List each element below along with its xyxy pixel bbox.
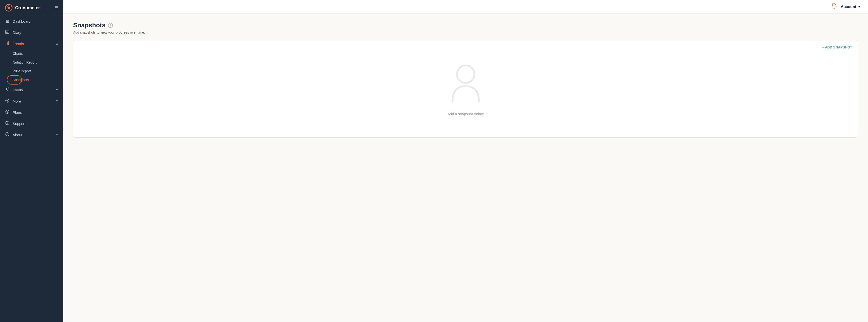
sidebar-item-plans[interactable]: Plans (0, 107, 63, 118)
account-label: Account (841, 5, 856, 9)
add-snapshot-label: + ADD SNAPSHOT (822, 45, 852, 49)
more-icon (5, 99, 10, 103)
sidebar-item-trends[interactable]: Trends ▲ (0, 38, 63, 49)
logo-icon (5, 4, 13, 12)
sidebar-label-plans: Plans (13, 110, 22, 115)
snapshots-label: Snapshots (13, 78, 29, 82)
sidebar-item-more[interactable]: More ▼ (0, 95, 63, 107)
foods-icon (5, 88, 10, 92)
sidebar-label-support: Support (13, 122, 26, 126)
empty-state-text: Add a snapshot today! (447, 112, 484, 116)
sidebar-item-foods[interactable]: Foods ▼ (0, 84, 63, 95)
sidebar-label-dashboard: Dashboard (13, 19, 30, 23)
svg-text:i: i (7, 133, 7, 136)
diary-icon (5, 30, 10, 35)
svg-rect-10 (8, 41, 9, 45)
add-snapshot-button[interactable]: + ADD SNAPSHOT (822, 45, 852, 49)
support-icon: ? (5, 121, 10, 126)
page-header: Snapshots ? (73, 22, 858, 29)
sidebar-subitem-charts[interactable]: Charts (0, 49, 63, 58)
nutrition-report-label: Nutrition Report (13, 60, 36, 64)
svg-point-16 (6, 110, 9, 114)
svg-point-11 (6, 88, 8, 90)
svg-point-17 (7, 111, 8, 112)
sidebar-subitem-print-report[interactable]: Print Report (0, 67, 63, 75)
app-name: Cronometer (15, 5, 40, 10)
more-chevron-icon: ▼ (56, 99, 59, 103)
svg-text:?: ? (7, 122, 8, 125)
page-title: Snapshots (73, 22, 105, 29)
sidebar-subitem-snapshots[interactable]: Snapshots (0, 75, 63, 84)
dashboard-icon: ⊞ (5, 19, 10, 24)
about-chevron-icon: ▼ (56, 133, 59, 136)
sidebar-label-more: More (13, 99, 21, 103)
sidebar-label-about: About (13, 133, 22, 137)
svg-line-3 (11, 6, 12, 7)
logo-area: Cronometer (5, 4, 40, 12)
sidebar-item-diary[interactable]: Diary (0, 27, 63, 38)
sidebar: Cronometer ☰ ⊞ Dashboard Diary Trends (0, 0, 63, 322)
sidebar-label-foods: Foods (13, 88, 23, 92)
person-silhouette-icon (446, 62, 485, 106)
sidebar-header: Cronometer ☰ (0, 0, 63, 16)
svg-line-22 (832, 3, 833, 4)
sidebar-label-trends: Trends (13, 42, 24, 46)
plans-icon (5, 110, 10, 115)
svg-point-24 (457, 65, 474, 83)
hamburger-icon[interactable]: ☰ (55, 5, 59, 10)
account-menu[interactable]: Account ▼ (841, 5, 861, 9)
sidebar-item-support[interactable]: ? Support (0, 118, 63, 129)
main-content: Account ▼ Snapshots ? Add snapshots to v… (63, 0, 868, 322)
print-report-label: Print Report (13, 69, 31, 73)
sidebar-item-dashboard[interactable]: ⊞ Dashboard (0, 16, 63, 27)
notification-bell-icon[interactable] (832, 3, 837, 10)
empty-state: Add a snapshot today! (73, 40, 858, 137)
sidebar-item-about[interactable]: i About ▼ (0, 129, 63, 140)
page-subtitle: Add snapshots to view your progress over… (73, 30, 858, 34)
foods-chevron-icon: ▼ (56, 88, 59, 92)
topbar: Account ▼ (63, 0, 868, 13)
account-chevron-icon: ▼ (858, 5, 861, 8)
help-icon[interactable]: ? (108, 23, 113, 28)
content-area: Snapshots ? Add snapshots to view your p… (63, 13, 868, 322)
snapshot-card: + ADD SNAPSHOT Add a snapshot today! (73, 40, 858, 138)
trends-icon (5, 41, 10, 46)
sidebar-label-diary: Diary (13, 30, 21, 35)
trends-chevron-icon: ▲ (56, 42, 59, 45)
svg-rect-8 (6, 43, 6, 45)
svg-rect-9 (7, 42, 7, 45)
charts-label: Charts (13, 52, 23, 56)
about-icon: i (5, 132, 10, 137)
sidebar-subitem-nutrition-report[interactable]: Nutrition Report (0, 58, 63, 67)
